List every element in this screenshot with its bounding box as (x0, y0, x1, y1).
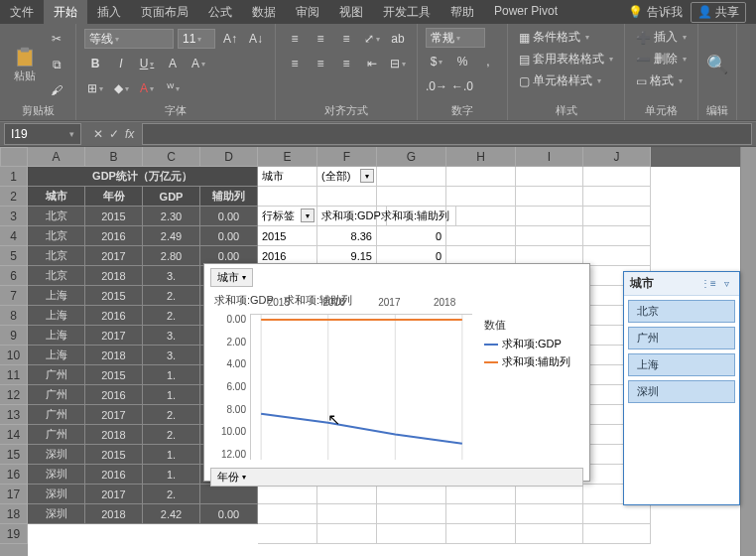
fill-color-button[interactable]: ◆ (110, 77, 132, 99)
cell[interactable]: 城市 (258, 167, 317, 187)
cell[interactable]: 年份 (85, 187, 143, 207)
select-all-corner[interactable] (0, 147, 28, 167)
cell[interactable]: 2. (143, 286, 200, 306)
clear-filter-icon[interactable]: ▿ (719, 277, 733, 291)
increase-font-button[interactable]: A↑ (219, 28, 241, 50)
cell[interactable]: GDP (143, 187, 200, 207)
border-button[interactable]: ⊞ (84, 77, 106, 99)
cell[interactable]: 2017 (85, 246, 143, 266)
cell[interactable]: 2015 (85, 286, 143, 306)
cell[interactable] (516, 187, 583, 207)
cell[interactable] (317, 187, 377, 207)
cell[interactable]: 0.00 (200, 207, 258, 226)
cell[interactable]: 2015 (258, 226, 317, 246)
cell[interactable]: 2. (143, 306, 200, 326)
cell[interactable]: 2015 (85, 445, 143, 465)
cell[interactable] (446, 167, 516, 187)
comma-button[interactable]: , (477, 51, 499, 72)
cell[interactable]: 0.00 (200, 226, 258, 246)
fx-button[interactable]: fx (125, 127, 134, 141)
align-left-button[interactable]: ≡ (284, 53, 306, 74)
phonetic-button[interactable]: ᵂ (162, 77, 184, 99)
cell[interactable] (258, 504, 317, 524)
cell-style-button[interactable]: ▢单元格样式 (516, 71, 616, 90)
cell[interactable]: 1. (143, 445, 200, 465)
tell-me[interactable]: 💡 告诉我 (628, 4, 683, 21)
font-size[interactable]: 11 (178, 29, 215, 49)
chart-filter-button[interactable]: 城市▾ (210, 268, 253, 287)
cell[interactable] (583, 167, 651, 187)
cell[interactable]: 3. (143, 326, 200, 346)
cell[interactable] (516, 524, 583, 544)
cell[interactable]: 8.36 (317, 226, 377, 246)
indent-dec-button[interactable]: ⇤ (361, 53, 383, 74)
cell[interactable] (516, 504, 583, 524)
cell[interactable] (516, 207, 583, 226)
cell[interactable] (446, 207, 516, 226)
tab-layout[interactable]: 页面布局 (131, 0, 198, 24)
cell[interactable] (583, 246, 651, 266)
cell[interactable]: 2016 (85, 385, 143, 405)
row-header[interactable]: 6 (0, 266, 28, 286)
slicer-item[interactable]: 北京 (628, 300, 735, 323)
tab-help[interactable]: 帮助 (441, 0, 484, 24)
row-header[interactable]: 8 (0, 306, 28, 326)
cell[interactable] (258, 524, 317, 544)
cell[interactable] (377, 187, 446, 207)
cell[interactable] (583, 226, 651, 246)
copy-button[interactable]: ⧉ (46, 54, 67, 75)
pivot-row-dropdown[interactable]: ▾ (301, 208, 315, 222)
cell[interactable]: 2.80 (143, 246, 200, 266)
accept-formula-button[interactable]: ✓ (109, 127, 119, 141)
cell[interactable]: 广州 (28, 425, 85, 445)
cell[interactable] (583, 187, 651, 207)
tab-view[interactable]: 视图 (329, 0, 373, 24)
cell[interactable]: 2015 (85, 207, 143, 226)
row-header[interactable]: 7 (0, 286, 28, 306)
orientation-button[interactable]: ⤢ (361, 28, 383, 50)
col-header-I[interactable]: I (516, 147, 583, 167)
multi-select-icon[interactable]: ⋮≡ (701, 277, 715, 291)
cell[interactable]: 2018 (85, 266, 143, 286)
chart-axis-button[interactable]: 年份▾ (210, 468, 583, 486)
cell[interactable] (446, 504, 516, 524)
cell[interactable] (377, 167, 446, 187)
align-top-button[interactable]: ≡ (284, 28, 306, 50)
paste-button[interactable]: 粘贴 (8, 46, 42, 83)
cell[interactable] (516, 167, 583, 187)
tab-dev[interactable]: 开发工具 (373, 0, 441, 24)
cell[interactable]: 2017 (85, 326, 143, 346)
col-header-H[interactable]: H (446, 147, 516, 167)
cell[interactable]: 2016 (85, 306, 143, 326)
align-center-button[interactable]: ≡ (310, 53, 331, 74)
italic-button[interactable]: I (110, 53, 132, 74)
col-header-A[interactable]: A (28, 147, 85, 167)
cell[interactable]: 行标签▾ (258, 207, 317, 226)
cell[interactable] (446, 226, 516, 246)
row-header[interactable]: 19 (0, 524, 28, 544)
tab-formulas[interactable]: 公式 (198, 0, 242, 24)
cell[interactable]: 2016 (85, 465, 143, 485)
cell[interactable]: 北京 (28, 246, 85, 266)
cell[interactable]: 3. (143, 346, 200, 365)
tab-insert[interactable]: 插入 (87, 0, 131, 24)
cell[interactable]: 2018 (85, 504, 143, 524)
currency-button[interactable]: $ (426, 51, 447, 72)
cell[interactable]: 2. (143, 485, 200, 504)
col-header-J[interactable]: J (583, 147, 651, 167)
cell[interactable]: 辅助列 (200, 187, 258, 207)
row-header[interactable]: 3 (0, 207, 28, 226)
cell[interactable]: 2. (143, 405, 200, 425)
cell[interactable]: 城市 (28, 187, 85, 207)
find-icon[interactable]: 🔍 (706, 54, 728, 75)
cell[interactable]: 1. (143, 465, 200, 485)
row-header[interactable]: 16 (0, 465, 28, 485)
percent-button[interactable]: % (451, 51, 473, 72)
cell[interactable]: GDP统计（万亿元） (28, 167, 258, 187)
cancel-formula-button[interactable]: ✕ (93, 127, 103, 141)
row-header[interactable]: 5 (0, 246, 28, 266)
cell[interactable]: 2018 (85, 346, 143, 365)
pivot-chart[interactable]: 城市▾ 求和项:GDP 求和项:辅助列 0.002.004.006.008.00… (203, 263, 590, 482)
cell[interactable]: 上海 (28, 286, 85, 306)
format-cells-button[interactable]: ▭格式 (633, 71, 690, 90)
